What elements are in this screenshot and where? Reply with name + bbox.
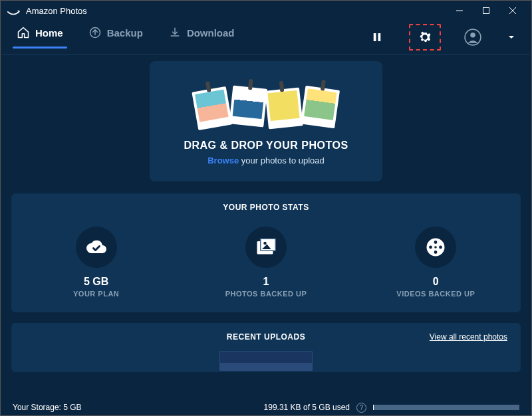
svg-point-18 xyxy=(435,246,438,249)
gear-icon xyxy=(418,30,432,45)
tab-home[interactable]: Home xyxy=(14,26,66,49)
stat-videos-backed-up: 0 VIDEOS BACKED UP xyxy=(352,227,520,298)
stat-label: YOUR PLAN xyxy=(73,290,119,298)
menu-dropdown-button[interactable] xyxy=(505,25,518,49)
svg-point-16 xyxy=(429,246,432,249)
stats-section: YOUR PHOTO STATS 5 GB YOUR PLAN 1 PHOTOS… xyxy=(11,193,521,312)
stat-value: 0 xyxy=(433,276,439,288)
usage-text: 199.31 KB of 5 GB used xyxy=(264,403,350,412)
user-avatar-icon xyxy=(464,29,481,46)
cloud-check-icon xyxy=(84,235,108,259)
maximize-button[interactable] xyxy=(473,1,499,21)
browse-link[interactable]: Browse xyxy=(207,156,239,165)
caret-down-icon xyxy=(508,34,515,41)
stat-value: 5 GB xyxy=(84,276,108,288)
svg-rect-6 xyxy=(378,33,381,41)
close-button[interactable] xyxy=(499,1,526,21)
photos-icon xyxy=(254,235,278,259)
pause-icon xyxy=(371,31,383,43)
titlebar: Amazon Photos xyxy=(1,1,531,21)
storage-label: Your Storage: 5 GB xyxy=(13,403,82,412)
svg-point-14 xyxy=(434,241,438,244)
download-icon xyxy=(168,26,182,39)
pause-button[interactable] xyxy=(365,25,389,49)
view-all-link[interactable]: View all recent photos xyxy=(430,332,507,342)
stat-label: VIDEOS BACKED UP xyxy=(396,290,475,298)
tab-download[interactable]: Download xyxy=(166,26,237,49)
tab-label: Backup xyxy=(107,27,143,39)
tab-backup[interactable]: Backup xyxy=(86,26,146,49)
svg-point-8 xyxy=(470,33,475,38)
stat-label: PHOTOS BACKED UP xyxy=(225,290,307,298)
recent-thumbnail[interactable] xyxy=(219,351,313,371)
svg-point-15 xyxy=(434,251,438,254)
upload-arrow-icon xyxy=(88,26,102,39)
svg-point-17 xyxy=(439,246,442,249)
svg-point-12 xyxy=(263,242,267,245)
settings-button[interactable] xyxy=(413,25,437,49)
app-title: Amazon Photos xyxy=(26,6,87,16)
stats-title: YOUR PHOTO STATS xyxy=(11,193,521,221)
amazon-smile-icon xyxy=(6,3,21,18)
recent-uploads-section: RECENT UPLOADS View all recent photos xyxy=(11,323,521,372)
stat-your-plan: 5 GB YOUR PLAN xyxy=(12,227,180,298)
svg-rect-5 xyxy=(374,33,376,41)
status-footer: Your Storage: 5 GB 199.31 KB of 5 GB use… xyxy=(1,397,531,416)
svg-rect-1 xyxy=(483,8,489,14)
main-content: DRAG & DROP YOUR PHOTOS Browse your phot… xyxy=(1,54,531,397)
stat-photos-backed-up: 1 PHOTOS BACKED UP xyxy=(182,227,350,298)
film-reel-icon xyxy=(424,235,448,259)
help-icon[interactable]: ? xyxy=(356,403,366,413)
home-icon xyxy=(17,26,30,39)
app-logo: Amazon Photos xyxy=(6,3,87,18)
drop-zone-title: DRAG & DROP YOUR PHOTOS xyxy=(163,140,369,152)
stat-value: 1 xyxy=(263,276,269,288)
tab-label: Download xyxy=(187,27,235,39)
nav-bar: Home Backup Download xyxy=(1,21,531,54)
drop-zone-sub-rest: your photos to upload xyxy=(239,156,325,165)
drop-zone[interactable]: DRAG & DROP YOUR PHOTOS Browse your phot… xyxy=(150,61,382,181)
minimize-button[interactable] xyxy=(446,1,473,21)
sample-photos-illustration xyxy=(163,74,369,128)
storage-progress xyxy=(373,405,519,410)
settings-highlight xyxy=(409,24,441,51)
drop-zone-subtitle: Browse your photos to upload xyxy=(163,156,369,165)
account-button[interactable] xyxy=(461,25,485,49)
tab-label: Home xyxy=(35,27,63,39)
